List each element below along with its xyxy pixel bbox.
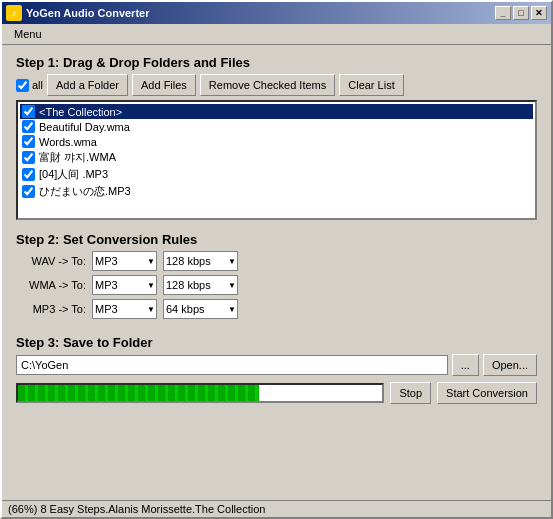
- file-list[interactable]: <The Collection>Beautiful Day.wmaWords.w…: [16, 100, 537, 220]
- remove-checked-button[interactable]: Remove Checked Items: [200, 74, 335, 96]
- stop-button[interactable]: Stop: [390, 382, 431, 404]
- status-text: (66%) 8 Easy Steps.Alanis Morissette.The…: [8, 503, 265, 515]
- close-button[interactable]: ✕: [531, 6, 547, 20]
- file-checkbox[interactable]: [22, 105, 35, 118]
- file-name: ひだまいの恋.MP3: [39, 184, 131, 199]
- open-button[interactable]: Open...: [483, 354, 537, 376]
- step3-section: Step 3: Save to Folder C:\YoGen ... Open…: [16, 335, 537, 408]
- menu-bar: Menu: [2, 24, 551, 45]
- add-files-button[interactable]: Add Files: [132, 74, 196, 96]
- app-icon: ♪: [6, 5, 22, 21]
- step1-section: Step 1: Drag & Drop Folders and Files al…: [16, 55, 537, 220]
- step2-title: Step 2: Set Conversion Rules: [16, 232, 537, 247]
- window-title: YoGen Audio Converter: [26, 7, 149, 19]
- maximize-button[interactable]: □: [513, 6, 529, 20]
- check-all-checkbox[interactable]: [16, 79, 29, 92]
- format-dropdown-wrapper: MP3WAVWMAOGG▼: [92, 299, 157, 319]
- format-select[interactable]: MP3WAVWMAOGG: [92, 275, 157, 295]
- clear-list-button[interactable]: Clear List: [339, 74, 403, 96]
- folder-select[interactable]: C:\YoGen: [16, 355, 448, 375]
- step2-section: Step 2: Set Conversion Rules WAV -> To:M…: [16, 232, 537, 323]
- minimize-button[interactable]: _: [495, 6, 511, 20]
- content-area: Step 1: Drag & Drop Folders and Files al…: [2, 45, 551, 500]
- file-checkbox[interactable]: [22, 168, 35, 181]
- bitrate-dropdown-wrapper: 64 kbps128 kbps192 kbps256 kbps320 kbps▼: [163, 275, 238, 295]
- bitrate-select[interactable]: 64 kbps128 kbps192 kbps256 kbps320 kbps: [163, 251, 238, 271]
- folder-row: C:\YoGen ... Open...: [16, 354, 537, 376]
- format-dropdown-wrapper: MP3WAVWMAOGG▼: [92, 251, 157, 271]
- file-list-item[interactable]: 富財 꺄지.WMA: [20, 149, 533, 166]
- file-checkbox[interactable]: [22, 151, 35, 164]
- title-bar: ♪ YoGen Audio Converter _ □ ✕: [2, 2, 551, 24]
- file-checkbox[interactable]: [22, 185, 35, 198]
- menu-item-menu[interactable]: Menu: [8, 26, 48, 42]
- step3-title: Step 3: Save to Folder: [16, 335, 537, 350]
- start-conversion-button[interactable]: Start Conversion: [437, 382, 537, 404]
- file-checkbox[interactable]: [22, 135, 35, 148]
- folder-dropdown-wrapper: C:\YoGen: [16, 355, 448, 375]
- file-name: Beautiful Day.wma: [39, 121, 130, 133]
- main-window: ♪ YoGen Audio Converter _ □ ✕ Menu Step …: [0, 0, 553, 519]
- conversion-rule-row: WMA -> To:MP3WAVWMAOGG▼64 kbps128 kbps19…: [16, 275, 537, 295]
- check-all-container: all: [16, 79, 43, 92]
- step1-controls: all Add a Folder Add Files Remove Checke…: [16, 74, 537, 96]
- progress-row: Stop Start Conversion: [16, 382, 537, 404]
- conversion-rules: WAV -> To:MP3WAVWMAOGG▼64 kbps128 kbps19…: [16, 251, 537, 319]
- rule-label: MP3 -> To:: [16, 303, 86, 315]
- status-bar: (66%) 8 Easy Steps.Alanis Morissette.The…: [2, 500, 551, 517]
- file-list-item[interactable]: ひだまいの恋.MP3: [20, 183, 533, 200]
- progress-bar-container: [16, 383, 384, 403]
- title-bar-left: ♪ YoGen Audio Converter: [6, 5, 149, 21]
- format-select[interactable]: MP3WAVWMAOGG: [92, 251, 157, 271]
- format-dropdown-wrapper: MP3WAVWMAOGG▼: [92, 275, 157, 295]
- file-list-item[interactable]: <The Collection>: [20, 104, 533, 119]
- file-checkbox[interactable]: [22, 120, 35, 133]
- conversion-rule-row: WAV -> To:MP3WAVWMAOGG▼64 kbps128 kbps19…: [16, 251, 537, 271]
- bitrate-dropdown-wrapper: 64 kbps128 kbps192 kbps256 kbps320 kbps▼: [163, 299, 238, 319]
- file-list-item[interactable]: Words.wma: [20, 134, 533, 149]
- file-list-item[interactable]: [04]人间 .MP3: [20, 166, 533, 183]
- rule-label: WMA -> To:: [16, 279, 86, 291]
- file-name: <The Collection>: [39, 106, 122, 118]
- format-select[interactable]: MP3WAVWMAOGG: [92, 299, 157, 319]
- browse-button[interactable]: ...: [452, 354, 479, 376]
- progress-bar-fill: [18, 385, 259, 401]
- file-name: [04]人间 .MP3: [39, 167, 108, 182]
- rule-label: WAV -> To:: [16, 255, 86, 267]
- step1-title: Step 1: Drag & Drop Folders and Files: [16, 55, 537, 70]
- bitrate-select[interactable]: 64 kbps128 kbps192 kbps256 kbps320 kbps: [163, 275, 238, 295]
- file-name: Words.wma: [39, 136, 97, 148]
- file-name: 富財 꺄지.WMA: [39, 150, 116, 165]
- bitrate-dropdown-wrapper: 64 kbps128 kbps192 kbps256 kbps320 kbps▼: [163, 251, 238, 271]
- file-list-item[interactable]: Beautiful Day.wma: [20, 119, 533, 134]
- conversion-rule-row: MP3 -> To:MP3WAVWMAOGG▼64 kbps128 kbps19…: [16, 299, 537, 319]
- bitrate-select[interactable]: 64 kbps128 kbps192 kbps256 kbps320 kbps: [163, 299, 238, 319]
- add-folder-button[interactable]: Add a Folder: [47, 74, 128, 96]
- title-buttons: _ □ ✕: [495, 6, 547, 20]
- all-label: all: [32, 79, 43, 91]
